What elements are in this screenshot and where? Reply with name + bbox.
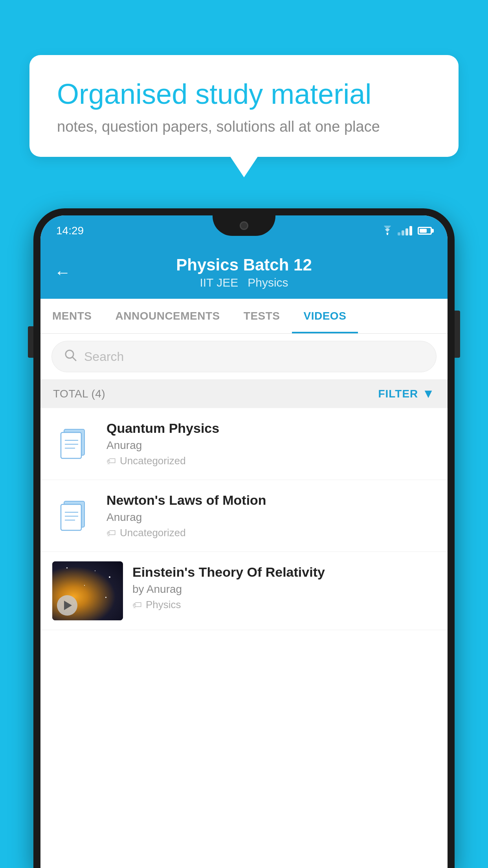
signal-icon xyxy=(398,226,412,235)
video-info: Quantum Physics Anurag 🏷 Uncategorized xyxy=(106,421,436,467)
thumbnail-bg xyxy=(52,561,123,620)
video-thumbnail xyxy=(52,561,123,620)
video-list: Quantum Physics Anurag 🏷 Uncategorized xyxy=(40,408,448,630)
list-item[interactable]: Quantum Physics Anurag 🏷 Uncategorized xyxy=(40,408,448,480)
tab-ments[interactable]: MENTS xyxy=(40,299,104,333)
svg-rect-4 xyxy=(61,432,81,458)
video-author: Anurag xyxy=(106,511,436,524)
phone-side-button-left xyxy=(28,326,33,358)
video-tag: 🏷 Physics xyxy=(132,599,436,611)
phone-frame: 14:29 xyxy=(33,208,455,868)
tab-videos[interactable]: VIDEOS xyxy=(292,299,358,333)
tag-icon: 🏷 xyxy=(132,600,142,611)
header-title: Physics Batch 12 xyxy=(176,256,312,274)
tag-icon: 🏷 xyxy=(106,528,116,539)
header-subtitle-iitjee: IIT JEE xyxy=(200,276,238,289)
phone-screen: 14:29 xyxy=(40,215,448,868)
play-triangle-icon xyxy=(64,601,72,610)
filter-funnel-icon: ▼ xyxy=(422,386,435,401)
search-icon xyxy=(64,348,77,365)
tab-tests[interactable]: TESTS xyxy=(232,299,292,333)
video-author: by Anurag xyxy=(132,583,436,596)
search-container: Search xyxy=(40,334,448,379)
battery-icon xyxy=(418,227,432,235)
video-tag: 🏷 Uncategorized xyxy=(106,455,436,467)
speech-bubble-subtext: notes, question papers, solutions all at… xyxy=(57,118,431,135)
status-icons xyxy=(381,226,432,236)
svg-rect-9 xyxy=(61,504,81,530)
tag-label: Physics xyxy=(146,599,181,611)
play-button-icon[interactable] xyxy=(57,595,77,616)
tag-label: Uncategorized xyxy=(120,527,186,539)
wifi-icon xyxy=(381,226,394,236)
filter-label: FILTER xyxy=(378,388,418,400)
video-title: Newton's Laws of Motion xyxy=(106,493,436,508)
status-time: 14:29 xyxy=(56,224,84,237)
tabs-bar: MENTS ANNOUNCEMENTS TESTS VIDEOS xyxy=(40,299,448,334)
video-author: Anurag xyxy=(106,439,436,452)
header-subtitle-physics: Physics xyxy=(248,276,288,289)
video-title: Quantum Physics xyxy=(106,421,436,436)
video-tag: 🏷 Uncategorized xyxy=(106,527,436,539)
speech-bubble-heading: Organised study material xyxy=(57,79,431,110)
video-title: Einstein's Theory Of Relativity xyxy=(132,565,436,580)
status-bar: 14:29 xyxy=(40,215,448,246)
back-button[interactable]: ← xyxy=(54,263,71,282)
file-icon xyxy=(52,422,95,465)
header-subtitle: IIT JEE Physics xyxy=(200,276,288,289)
filter-button[interactable]: FILTER ▼ xyxy=(378,386,435,401)
svg-point-0 xyxy=(387,234,388,235)
filter-bar: TOTAL (4) FILTER ▼ xyxy=(40,379,448,408)
notch-cutout xyxy=(213,215,275,236)
tag-icon: 🏷 xyxy=(106,456,116,467)
search-placeholder: Search xyxy=(84,349,124,364)
svg-line-2 xyxy=(72,357,76,360)
search-bar[interactable]: Search xyxy=(51,341,437,372)
file-icon xyxy=(52,494,95,537)
speech-bubble-container: Organised study material notes, question… xyxy=(29,55,459,157)
list-item[interactable]: Newton's Laws of Motion Anurag 🏷 Uncateg… xyxy=(40,480,448,552)
speech-bubble: Organised study material notes, question… xyxy=(29,55,459,157)
total-count-label: TOTAL (4) xyxy=(53,388,105,400)
list-item[interactable]: Einstein's Theory Of Relativity by Anura… xyxy=(40,552,448,630)
front-camera xyxy=(240,221,248,230)
video-info: Newton's Laws of Motion Anurag 🏷 Uncateg… xyxy=(106,493,436,539)
tag-label: Uncategorized xyxy=(120,455,186,467)
phone-side-button-right xyxy=(455,311,460,358)
video-info: Einstein's Theory Of Relativity by Anura… xyxy=(132,561,436,611)
tab-announcements[interactable]: ANNOUNCEMENTS xyxy=(104,299,232,333)
app-header: ← Physics Batch 12 IIT JEE Physics xyxy=(40,246,448,299)
